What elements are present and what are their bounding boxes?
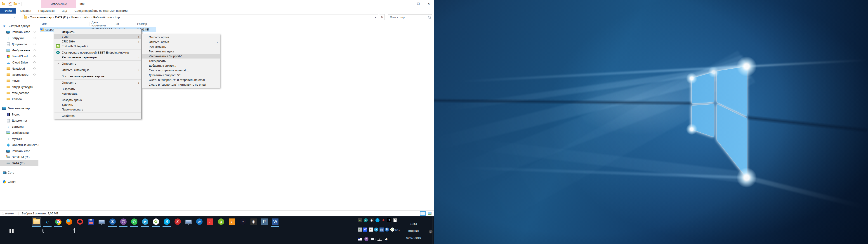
breadcrumb-item[interactable]: Users: [70, 16, 79, 19]
taskbar-utorrent[interactable]: µ: [216, 217, 226, 226]
sidebar-item[interactable]: DATA (E:): [0, 160, 38, 166]
tray-eset[interactable]: e: [364, 218, 368, 222]
sidebar-item[interactable]: Изображения: [0, 47, 38, 53]
taskbar-pc-lightning[interactable]: [184, 217, 193, 226]
sidebar-item[interactable]: Загрузки: [0, 124, 38, 130]
sidebar-item[interactable]: laseropticsru: [0, 72, 38, 78]
context-menu-item[interactable]: Создать ярлык: [54, 98, 141, 102]
taskbar-chrome[interactable]: [53, 217, 63, 226]
sidebar-item[interactable]: Этот компьютер: [0, 105, 38, 111]
context-menu-item[interactable]: N Edit with Notepad++: [54, 44, 141, 49]
breadcrumb-item[interactable]: DATA (E:): [55, 16, 69, 19]
tray-skype[interactable]: S: [375, 218, 379, 222]
taskbar-explorer[interactable]: [32, 217, 41, 226]
show-desktop-button[interactable]: [432, 216, 434, 244]
taskbar-remote-pc[interactable]: [97, 217, 106, 226]
context-menu-item[interactable]: ↗ Отправить: [54, 61, 141, 66]
submenu-item[interactable]: Добавить к "support.7z": [142, 73, 220, 78]
context-menu-item[interactable]: Свойства: [54, 114, 141, 118]
submenu-item[interactable]: Тестировать: [142, 59, 220, 63]
sidebar-item[interactable]: movie: [0, 78, 38, 84]
taskbar-firefox[interactable]: [64, 217, 74, 226]
up-icon[interactable]: ↑: [17, 16, 21, 19]
submenu-item[interactable]: Распаковать здесь: [142, 49, 220, 54]
sidebar-item[interactable]: Загрузки: [0, 35, 38, 41]
taskbar-eye-app[interactable]: ◉: [249, 217, 258, 226]
sidebar-item[interactable]: Nextcloud: [0, 65, 38, 72]
start-button[interactable]: [8, 228, 16, 234]
submenu-item[interactable]: Распаковать: [142, 44, 220, 49]
context-menu-item[interactable]: Копировать: [54, 91, 141, 96]
taskbar-floppy-app[interactable]: [86, 217, 96, 226]
tab-file[interactable]: Файл: [0, 8, 16, 13]
tray-volume[interactable]: ◀): [384, 237, 388, 241]
taskbar-viber[interactable]: ✆: [119, 217, 128, 226]
submenu-item[interactable]: Открыть архив: [142, 35, 220, 39]
action-center-button[interactable]: 1: [426, 227, 431, 232]
taskbar-whatsapp[interactable]: ✆: [129, 217, 139, 226]
taskbar-nextcloud[interactable]: ∞: [194, 217, 204, 226]
sidebar-item[interactable]: Изображения: [0, 130, 38, 136]
tray-viber[interactable]: ✆: [364, 237, 368, 241]
tab-home[interactable]: Главная: [16, 8, 35, 13]
taskbar-word[interactable]: W: [270, 217, 280, 226]
taskbar-thunderbird[interactable]: ✉: [107, 217, 117, 226]
context-menu-item[interactable]: Открыть с помощью ›: [54, 67, 141, 72]
tray-eye-app[interactable]: ◉: [370, 218, 374, 222]
address-bar[interactable]: › Этот компьютер › DATA (E:) › Users › m…: [23, 14, 373, 20]
sidebar-item[interactable]: Видео: [0, 111, 38, 118]
tray-nine-app[interactable]: 9: [387, 218, 391, 222]
taskbar-telegram[interactable]: ➤: [140, 217, 150, 226]
sidebar-item[interactable]: Сеть: [0, 170, 38, 176]
taskbar-orange-app[interactable]: /: [227, 217, 237, 226]
context-menu-item[interactable]: CRC SHA ›: [54, 39, 141, 44]
language-indicator[interactable]: ENG: [393, 228, 400, 232]
column-header[interactable]: Тип: [112, 22, 135, 26]
taskbar-search-button[interactable]: [42, 228, 49, 234]
submenu-item[interactable]: Добавить к архиву...: [142, 63, 220, 68]
tray-wifi[interactable]: [377, 238, 382, 241]
sidebar-item[interactable]: Рабочий стол: [0, 29, 38, 35]
sidebar-item[interactable]: пидор культуры: [0, 84, 38, 90]
context-menu-item[interactable]: Удалить: [54, 102, 141, 107]
sidebar-item[interactable]: Быстрый доступ: [0, 23, 38, 29]
column-header[interactable]: Дата изменения: [90, 22, 112, 26]
breadcrumb-item[interactable]: Рабочий стол: [93, 16, 113, 19]
column-header[interactable]: Размер: [135, 22, 156, 26]
sidebar-item[interactable]: Документы: [0, 41, 38, 47]
qat-new-folder-icon[interactable]: [13, 3, 17, 5]
breadcrumb-item[interactable]: Этот компьютер: [29, 16, 53, 19]
taskbar-postgresql[interactable]: P: [259, 217, 269, 226]
submenu-item[interactable]: Сжать в "support.7z" и отправить по emai…: [142, 78, 220, 82]
sidebar-item[interactable]: Рабочий стол: [0, 148, 38, 154]
tray-bluetooth[interactable]: B: [385, 227, 389, 232]
context-menu-item[interactable]: Вырезать: [54, 87, 141, 91]
context-menu-item[interactable]: Восстановить прежнюю версию: [54, 74, 141, 79]
sidebar-item[interactable]: SYSTEM (C:): [0, 154, 38, 160]
tray-keyboard-flag[interactable]: [358, 238, 362, 241]
qat-properties-icon[interactable]: [8, 2, 12, 6]
tray-battery[interactable]: [371, 238, 375, 240]
sidebar-item[interactable]: Музыка: [0, 136, 38, 142]
tab-share[interactable]: Поделиться: [35, 8, 58, 13]
address-dropdown-icon[interactable]: ▾: [373, 14, 378, 20]
submenu-item[interactable]: Сжать и отправить по email...: [142, 68, 220, 73]
submenu-item[interactable]: Открыть архив ›: [142, 39, 220, 44]
tray-red-dots-app[interactable]: ✱: [381, 218, 385, 222]
tray-telegram[interactable]: ➤: [374, 227, 378, 232]
submenu-item[interactable]: Распаковать в "support\": [142, 54, 220, 59]
maximize-button[interactable]: ❐: [413, 0, 424, 8]
refresh-icon[interactable]: ↻: [379, 14, 385, 20]
taskbar-icq[interactable]: ✿: [151, 217, 161, 226]
taskbar-paw-app[interactable]: ∴: [205, 217, 215, 226]
thumbnails-view-button[interactable]: [427, 211, 433, 216]
context-menu-item[interactable]: 7-Zip ›: [54, 34, 141, 39]
sidebar-item[interactable]: Хапова: [0, 96, 38, 102]
sidebar-item[interactable]: iCloud Drive: [0, 59, 38, 65]
context-menu-item[interactable]: e Сканировать программой ESET Endpoint A…: [54, 50, 141, 55]
taskbar-internet-explorer[interactable]: e: [42, 217, 52, 226]
tray-mail[interactable]: ✉: [369, 227, 373, 232]
task-view-button[interactable]: [74, 228, 80, 234]
tray-lock[interactable]: [393, 218, 397, 222]
taskbar-opera[interactable]: [75, 217, 85, 226]
